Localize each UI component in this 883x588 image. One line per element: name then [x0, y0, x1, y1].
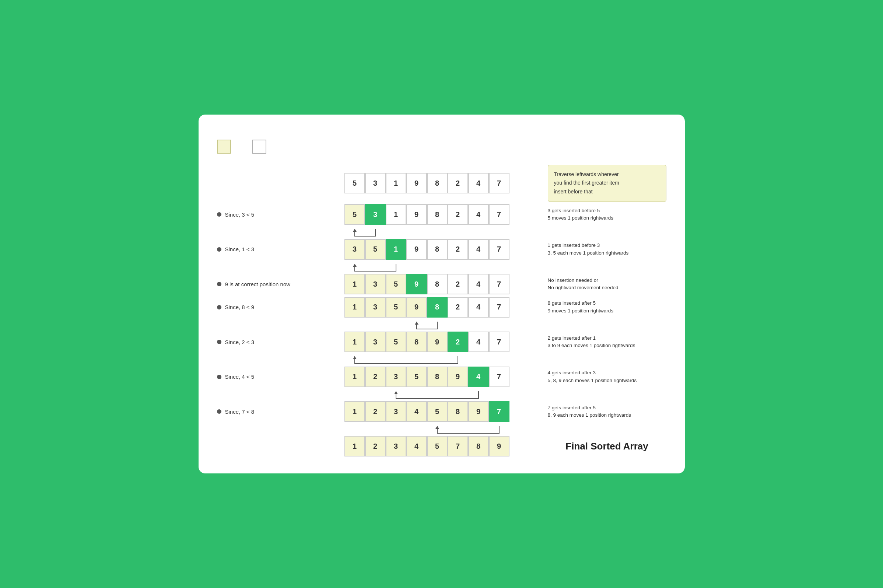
center-col-4: 13598247 — [313, 297, 541, 318]
legend — [217, 140, 666, 154]
center-col-3: 13598247 — [313, 274, 541, 294]
step-row-7: Since, 7 < 8123458977 gets inserted afte… — [217, 401, 666, 422]
cell-0: 1 — [345, 401, 365, 422]
cell-5: 2 — [448, 274, 468, 294]
bullet-5 — [217, 340, 221, 344]
center-col-6: 12358947 — [313, 367, 541, 387]
cell-4: 8 — [427, 204, 448, 225]
cell-7: 7 — [489, 367, 510, 387]
cell-3: 9 — [406, 204, 427, 225]
step-label-5: Since, 2 < 3 — [217, 332, 313, 352]
cell-0: 5 — [345, 173, 365, 194]
cell-0: 1 — [345, 367, 365, 387]
step-label-2: Since, 1 < 3 — [217, 239, 313, 260]
arrow-center-6 — [313, 390, 541, 400]
main-card: 53198247Traverse leftwards wherever you … — [199, 115, 685, 474]
cell-3: 8 — [406, 332, 427, 352]
cell-2: 3 — [386, 401, 406, 422]
cell-3: 9 — [406, 274, 427, 294]
arrow-center-4 — [313, 320, 541, 330]
cell-2: 5 — [386, 332, 406, 352]
arrow-center-7 — [313, 424, 541, 435]
array-row: 13598247 — [345, 274, 510, 294]
arrow-svg — [345, 262, 510, 273]
sorted-legend-box — [217, 140, 231, 154]
cell-7: 7 — [489, 332, 510, 352]
array-row: 13598247 — [345, 297, 510, 318]
cell-5: 7 — [448, 436, 468, 456]
cell-4: 5 — [427, 436, 448, 456]
array-row: 12358947 — [345, 367, 510, 387]
cell-2: 1 — [386, 173, 406, 194]
arrow-center-2 — [313, 262, 541, 273]
steps-layout: 53198247Traverse leftwards wherever you … — [217, 165, 666, 457]
cell-3: 9 — [406, 239, 427, 260]
cell-5: 9 — [448, 367, 468, 387]
cell-6: 8 — [468, 436, 489, 456]
right-label-4: 8 gets inserted after 5 9 moves 1 positi… — [541, 297, 666, 318]
step-row-1: Since, 3 < 5531982473 gets inserted befo… — [217, 204, 666, 225]
cell-0: 1 — [345, 297, 365, 318]
cell-3: 9 — [406, 173, 427, 194]
cell-1: 2 — [365, 401, 386, 422]
bullet-6 — [217, 375, 221, 379]
label-text-6: Since, 4 < 5 — [225, 374, 255, 380]
array-row: 13589247 — [345, 332, 510, 352]
center-col-1: 53198247 — [313, 204, 541, 225]
cell-2: 1 — [386, 204, 406, 225]
cell-6: 4 — [468, 204, 489, 225]
arrow-row-2 — [217, 262, 666, 273]
cell-2: 3 — [386, 436, 406, 456]
cell-1: 5 — [365, 239, 386, 260]
arrow-row-1 — [217, 227, 666, 238]
bullet-2 — [217, 247, 221, 252]
right-label-1: 3 gets inserted before 5 5 moves 1 posit… — [541, 204, 666, 225]
cell-7: 7 — [489, 401, 510, 422]
label-text-3: 9 is at correct position now — [225, 281, 291, 287]
svg-marker-2 — [415, 322, 418, 325]
cell-5: 2 — [448, 297, 468, 318]
cell-0: 1 — [345, 436, 365, 456]
right-label-0: Traverse leftwards wherever you find the… — [548, 165, 666, 202]
bullet-4 — [217, 305, 221, 309]
unsorted-legend-box — [252, 140, 266, 154]
svg-marker-4 — [394, 391, 398, 394]
cell-1: 3 — [365, 332, 386, 352]
center-col-8: 12345789 — [313, 436, 541, 456]
label-text-5: Since, 2 < 3 — [225, 339, 255, 345]
arrow-center-1 — [313, 227, 541, 238]
cell-2: 5 — [386, 274, 406, 294]
bullet-1 — [217, 212, 221, 217]
cell-5: 2 — [448, 204, 468, 225]
svg-marker-5 — [435, 426, 439, 429]
cell-0: 5 — [345, 204, 365, 225]
step-row-6: Since, 4 < 5123589474 gets inserted afte… — [217, 366, 666, 387]
cell-7: 7 — [489, 239, 510, 260]
cell-2: 3 — [386, 367, 406, 387]
cell-1: 3 — [365, 204, 386, 225]
cell-4: 8 — [427, 239, 448, 260]
center-col-7: 12345897 — [313, 401, 541, 422]
cell-4: 8 — [427, 274, 448, 294]
arrow-svg — [345, 424, 510, 435]
cell-0: 1 — [345, 332, 365, 352]
arrow-row-7 — [217, 424, 666, 435]
cell-1: 2 — [365, 436, 386, 456]
cell-4: 8 — [427, 173, 448, 194]
step-label-1: Since, 3 < 5 — [217, 204, 313, 225]
cell-7: 7 — [489, 274, 510, 294]
step-row-5: Since, 2 < 3135892472 gets inserted afte… — [217, 332, 666, 352]
right-label-2: 1 gets inserted before 3 3, 5 each move … — [541, 239, 666, 260]
bullet-7 — [217, 410, 221, 414]
cell-5: 2 — [448, 332, 468, 352]
cell-3: 4 — [406, 436, 427, 456]
arrow-center-5 — [313, 355, 541, 365]
cell-2: 5 — [386, 297, 406, 318]
arrow-svg — [345, 227, 510, 238]
cell-4: 5 — [427, 401, 448, 422]
cell-6: 4 — [468, 297, 489, 318]
label-text-7: Since, 7 < 8 — [225, 409, 255, 415]
right-label-7: 7 gets inserted after 5 8, 9 each moves … — [541, 401, 666, 422]
cell-1: 3 — [365, 173, 386, 194]
array-row: 12345789 — [345, 436, 510, 456]
